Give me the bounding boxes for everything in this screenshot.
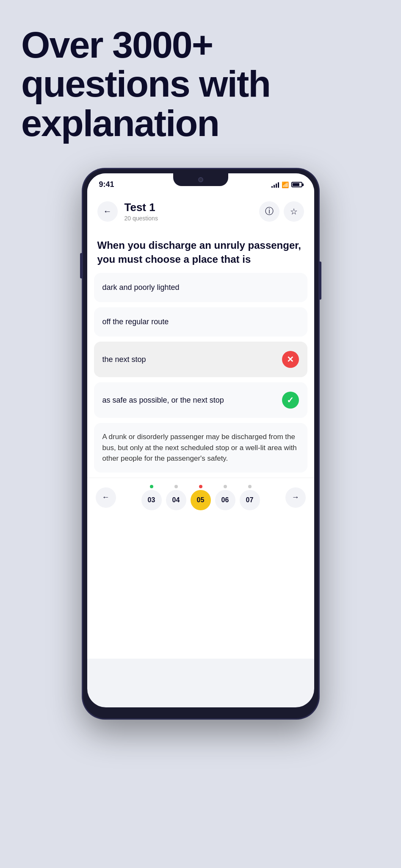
prev-button[interactable]: ← [96, 487, 116, 508]
header-title-area: Test 1 20 questions [124, 201, 252, 222]
correct-badge: ✓ [282, 392, 299, 409]
page-dots: 03 04 05 06 [141, 485, 260, 510]
dot-indicator-03 [150, 485, 153, 488]
x-icon: ✕ [287, 354, 294, 364]
option-4-text: as safe as possible, or the next stop [102, 395, 224, 406]
page-number-04: 04 [166, 490, 186, 510]
wifi-icon: 📶 [282, 181, 289, 188]
page-dot-05[interactable]: 05 [191, 485, 211, 510]
next-button[interactable]: → [285, 487, 306, 508]
bookmark-button[interactable]: ☆ [284, 201, 304, 222]
info-button[interactable]: ⓘ [259, 201, 279, 222]
phone-wrapper: 9:41 📶 [0, 160, 401, 719]
dot-indicator-04 [174, 485, 178, 488]
app-header: ← Test 1 20 questions ⓘ ☆ [87, 192, 314, 228]
test-title: Test 1 [124, 201, 252, 214]
dot-indicator-06 [224, 485, 227, 488]
page-number-07: 07 [240, 490, 260, 510]
header-actions: ⓘ ☆ [259, 201, 304, 222]
info-icon: ⓘ [265, 206, 274, 217]
option-4[interactable]: as safe as possible, or the next stop ✓ [94, 382, 307, 418]
battery-icon [291, 182, 302, 187]
app-content: ← Test 1 20 questions ⓘ ☆ [87, 192, 314, 659]
page-number-03: 03 [141, 490, 162, 510]
page-number-05: 05 [191, 490, 211, 510]
option-1[interactable]: dark and poorly lighted [94, 273, 307, 302]
signal-icon [271, 182, 279, 188]
hero-title: Over 3000+ questions with explanation [21, 25, 380, 143]
option-2[interactable]: off the regular route [94, 307, 307, 337]
page-dot-04[interactable]: 04 [166, 485, 186, 510]
page-number-06: 06 [215, 490, 235, 510]
check-icon: ✓ [287, 395, 294, 405]
option-1-text: dark and poorly lighted [102, 282, 180, 293]
notch [173, 173, 228, 186]
page-dot-06[interactable]: 06 [215, 485, 235, 510]
status-time: 9:41 [99, 180, 114, 189]
status-icons: 📶 [271, 181, 302, 188]
options-section: dark and poorly lighted off the regular … [87, 273, 314, 418]
star-icon: ☆ [290, 206, 298, 217]
page-dot-03[interactable]: 03 [141, 485, 162, 510]
explanation-card: A drunk or disorderly passenger may be d… [94, 423, 307, 473]
option-3-text: the next stop [102, 354, 146, 365]
status-bar: 9:41 📶 [87, 173, 314, 192]
page-dot-07[interactable]: 07 [240, 485, 260, 510]
phone-frame: 9:41 📶 [82, 168, 319, 719]
camera-indicator [198, 177, 203, 182]
test-subtitle: 20 questions [124, 215, 252, 222]
bottom-nav: ← 03 04 05 [87, 478, 314, 517]
option-2-text: off the regular route [102, 317, 169, 327]
hero-section: Over 3000+ questions with explanation [0, 0, 401, 160]
phone-inner: 9:41 📶 [87, 173, 314, 707]
explanation-text: A drunk or disorderly passenger may be d… [102, 431, 299, 464]
question-section: When you discharge an unruly passenger, … [87, 228, 314, 273]
dot-indicator-07 [248, 485, 252, 488]
question-text: When you discharge an unruly passenger, … [97, 239, 304, 266]
dot-indicator-05 [199, 485, 202, 488]
back-button[interactable]: ← [97, 201, 118, 222]
wrong-badge: ✕ [282, 351, 299, 368]
option-3[interactable]: the next stop ✕ [94, 342, 307, 377]
